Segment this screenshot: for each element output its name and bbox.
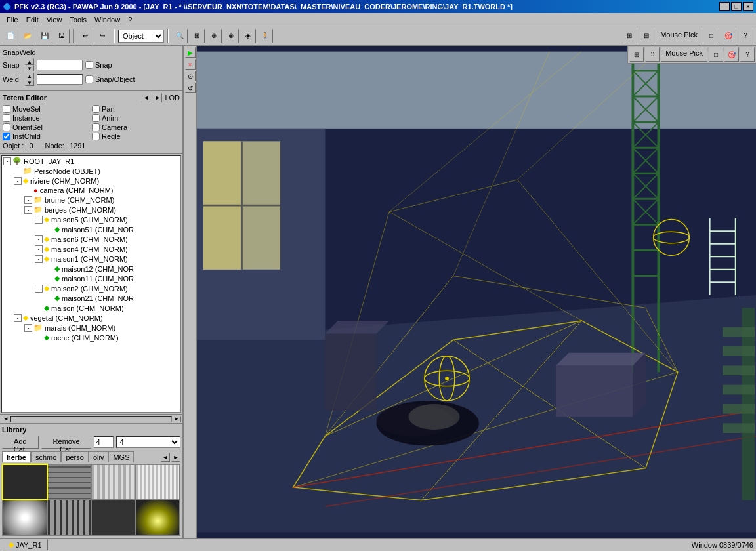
- list-item[interactable]: - ◆ maison6 (CHM_NORM): [2, 234, 180, 244]
- list-item[interactable]: - ◆ maison1 (CHM_NORM): [2, 254, 180, 264]
- list-item[interactable]: ◆ maison21 (CHM_NOR: [2, 293, 180, 303]
- texture-cell-0[interactable]: [3, 465, 47, 499]
- toolbar-btn-figure[interactable]: 🚶: [257, 29, 273, 43]
- tree-expand[interactable]: -: [35, 216, 43, 224]
- snap-input[interactable]: 1: [37, 60, 83, 70]
- snap-up-btn[interactable]: ▲: [25, 58, 34, 65]
- snap-check-label[interactable]: Snap: [85, 61, 112, 69]
- tree-expand-root[interactable]: -: [3, 157, 11, 165]
- mouse-pick-button[interactable]: Mouse Pick: [656, 29, 702, 43]
- vp-dots-btn[interactable]: ⠿: [645, 47, 660, 62]
- tab-next-btn[interactable]: ►: [171, 453, 180, 462]
- orientsel-check[interactable]: OrientSel: [3, 123, 91, 131]
- close-button[interactable]: ×: [743, 2, 753, 11]
- snap-object-checkbox[interactable]: [85, 75, 93, 83]
- remove-cat-button[interactable]: Remove Cat.: [41, 436, 92, 449]
- list-item[interactable]: - 📁 brume (CHM_NORM): [2, 195, 180, 205]
- tree-expand[interactable]: -: [35, 255, 43, 263]
- toolbar-btn-redo[interactable]: ↪: [94, 29, 110, 43]
- toolbar-btn-help[interactable]: ?: [738, 29, 753, 43]
- tree-expand[interactable]: -: [35, 245, 43, 253]
- toolbar-btn-vp2[interactable]: ⊟: [639, 29, 654, 43]
- toolbar-btn-undo[interactable]: ↩: [77, 29, 93, 43]
- tree-expand[interactable]: -: [14, 177, 22, 185]
- weld-down-btn[interactable]: ▼: [25, 79, 34, 86]
- lod-next-btn[interactable]: ►: [153, 93, 162, 102]
- tab-perso[interactable]: perso: [61, 451, 89, 462]
- minimize-button[interactable]: _: [719, 2, 730, 11]
- vp-help-btn[interactable]: ?: [740, 47, 755, 62]
- regle-check[interactable]: Regle: [92, 133, 180, 140]
- status-tab-jay[interactable]: ◆ JAY_R1: [3, 539, 48, 550]
- side-btn-2[interactable]: ×: [185, 59, 196, 70]
- toolbar-btn-new[interactable]: 📄: [3, 29, 18, 43]
- tree-expand[interactable]: -: [24, 196, 32, 204]
- list-item[interactable]: - ◆ riviere (CHM_NORM): [2, 176, 180, 186]
- toolbar-btn-7[interactable]: ⊗: [223, 29, 239, 43]
- list-item[interactable]: - 📁 marais (CHM_NORM): [2, 323, 180, 333]
- tab-mgs[interactable]: MGS: [108, 451, 134, 462]
- weld-up-btn[interactable]: ▲: [25, 73, 34, 79]
- side-btn-4[interactable]: ↺: [185, 83, 196, 93]
- texture-cell-6[interactable]: [92, 500, 135, 535]
- snap-object-check-label[interactable]: Snap/Object: [85, 75, 135, 83]
- vp-grid-btn[interactable]: ⊞: [629, 47, 644, 62]
- list-item[interactable]: ◆ maison (CHM_NORM): [2, 303, 180, 313]
- list-item[interactable]: - 📁 berges (CHM_NORM): [2, 205, 180, 214]
- toolbar-btn-vp4[interactable]: 🎯: [721, 29, 736, 43]
- list-item[interactable]: ◆ maison51 (CHM_NOR: [2, 224, 180, 234]
- menu-view[interactable]: View: [43, 14, 66, 25]
- list-item[interactable]: ◆ maison12 (CHM_NOR: [2, 264, 180, 274]
- anim-check[interactable]: Anim: [92, 114, 180, 122]
- texture-cell-5[interactable]: [48, 500, 91, 535]
- pan-check[interactable]: Pan: [92, 105, 180, 113]
- texture-cell-2[interactable]: [92, 465, 135, 499]
- list-item[interactable]: - ◆ vegetal (CHM_NORM): [2, 313, 180, 323]
- texture-cell-1[interactable]: [48, 465, 91, 499]
- list-item[interactable]: - ◆ maison4 (CHM_NORM): [2, 244, 180, 254]
- list-item[interactable]: - ◆ maison2 (CHM_NORM): [2, 283, 180, 293]
- scroll-right-btn[interactable]: ►: [172, 416, 181, 422]
- menu-window[interactable]: Window: [91, 14, 124, 25]
- maximize-button[interactable]: □: [731, 2, 742, 11]
- toolbar-btn-magnet[interactable]: 🔍: [172, 29, 188, 43]
- cat-dropdown[interactable]: 4: [116, 436, 180, 448]
- menu-file[interactable]: File: [3, 14, 22, 25]
- weld-input[interactable]: 1: [37, 74, 83, 85]
- texture-cell-7[interactable]: [136, 500, 180, 535]
- instchild-check[interactable]: InstChild: [3, 133, 91, 140]
- tree-scrollbar-h[interactable]: ◄ ►: [0, 414, 182, 423]
- list-item[interactable]: 📁 PersoNode (OBJET): [2, 166, 180, 176]
- toolbar-btn-4[interactable]: 🖫: [54, 29, 70, 43]
- snap-down-btn[interactable]: ▼: [25, 65, 34, 71]
- mode-select[interactable]: Object Edit UV: [118, 30, 164, 43]
- texture-cell-3[interactable]: [136, 465, 180, 499]
- side-btn-3[interactable]: ⊙: [185, 71, 196, 81]
- toolbar-btn-8[interactable]: ◈: [240, 29, 256, 43]
- menu-help[interactable]: ?: [124, 14, 136, 25]
- lod-prev-btn[interactable]: ◄: [141, 93, 150, 102]
- vp-mouse-pick-btn[interactable]: Mouse Pick: [661, 47, 707, 62]
- add-cat-button[interactable]: Add Cat.: [2, 436, 39, 449]
- menu-edit[interactable]: Edit: [22, 14, 43, 25]
- list-item[interactable]: ● camera (CHM_NORM): [2, 186, 180, 195]
- tab-schmo[interactable]: schmo: [31, 451, 61, 462]
- list-item[interactable]: ◆ roche (CHM_NORM): [2, 333, 180, 342]
- texture-cell-4[interactable]: [3, 500, 47, 535]
- tree-expand[interactable]: -: [35, 235, 43, 243]
- instance-check[interactable]: Instance: [3, 114, 91, 122]
- side-btn-1[interactable]: ▶: [185, 47, 196, 58]
- tree-root[interactable]: - 🌳 ROOT_JAY_R1: [2, 156, 180, 166]
- toolbar-btn-vp3[interactable]: □: [704, 29, 719, 43]
- toolbar-btn-snap[interactable]: ⊕: [206, 29, 222, 43]
- movesel-check[interactable]: MoveSel: [3, 105, 91, 113]
- tab-herbe[interactable]: herbe: [2, 451, 31, 462]
- list-item[interactable]: ◆ maison11 (CHM_NOR: [2, 274, 180, 283]
- toolbar-btn-grid[interactable]: ⊞: [189, 29, 205, 43]
- tab-oliv[interactable]: oliv: [89, 451, 109, 462]
- tree-expand[interactable]: -: [14, 314, 22, 322]
- scroll-left-btn[interactable]: ◄: [1, 416, 10, 422]
- tree-expand[interactable]: -: [35, 285, 43, 293]
- menu-tools[interactable]: Tools: [66, 14, 91, 25]
- toolbar-btn-save[interactable]: 💾: [37, 29, 52, 43]
